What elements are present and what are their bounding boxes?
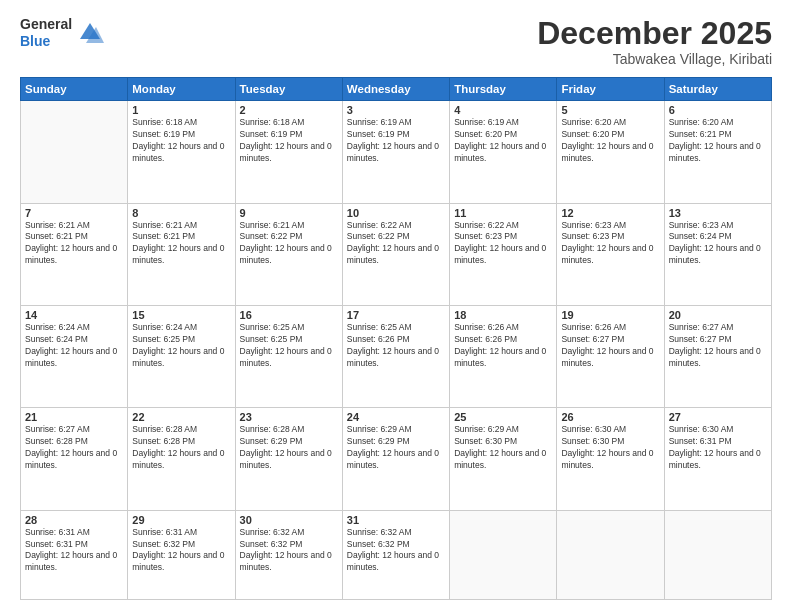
day-number: 11 xyxy=(454,207,552,219)
calendar-cell: 15Sunrise: 6:24 AMSunset: 6:25 PMDayligh… xyxy=(128,305,235,407)
page: General Blue December 2025 Tabwakea Vill… xyxy=(0,0,792,612)
logo-blue: Blue xyxy=(20,33,72,50)
day-number: 10 xyxy=(347,207,445,219)
location-subtitle: Tabwakea Village, Kiribati xyxy=(537,51,772,67)
day-number: 8 xyxy=(132,207,230,219)
weekday-header: Friday xyxy=(557,78,664,101)
day-info: Sunrise: 6:19 AMSunset: 6:19 PMDaylight:… xyxy=(347,117,445,165)
calendar-header: SundayMondayTuesdayWednesdayThursdayFrid… xyxy=(21,78,772,101)
calendar-week-row: 7Sunrise: 6:21 AMSunset: 6:21 PMDaylight… xyxy=(21,203,772,305)
day-number: 9 xyxy=(240,207,338,219)
calendar-cell: 18Sunrise: 6:26 AMSunset: 6:26 PMDayligh… xyxy=(450,305,557,407)
calendar-cell: 3Sunrise: 6:19 AMSunset: 6:19 PMDaylight… xyxy=(342,101,449,203)
calendar-cell: 19Sunrise: 6:26 AMSunset: 6:27 PMDayligh… xyxy=(557,305,664,407)
day-info: Sunrise: 6:29 AMSunset: 6:29 PMDaylight:… xyxy=(347,424,445,472)
day-number: 12 xyxy=(561,207,659,219)
calendar-cell xyxy=(557,510,664,599)
day-number: 13 xyxy=(669,207,767,219)
day-number: 5 xyxy=(561,104,659,116)
calendar-cell: 5Sunrise: 6:20 AMSunset: 6:20 PMDaylight… xyxy=(557,101,664,203)
calendar-cell xyxy=(664,510,771,599)
day-number: 19 xyxy=(561,309,659,321)
calendar-cell: 10Sunrise: 6:22 AMSunset: 6:22 PMDayligh… xyxy=(342,203,449,305)
calendar-week-row: 14Sunrise: 6:24 AMSunset: 6:24 PMDayligh… xyxy=(21,305,772,407)
day-info: Sunrise: 6:31 AMSunset: 6:31 PMDaylight:… xyxy=(25,527,123,575)
day-info: Sunrise: 6:25 AMSunset: 6:25 PMDaylight:… xyxy=(240,322,338,370)
calendar-week-row: 21Sunrise: 6:27 AMSunset: 6:28 PMDayligh… xyxy=(21,408,772,510)
calendar-cell: 23Sunrise: 6:28 AMSunset: 6:29 PMDayligh… xyxy=(235,408,342,510)
day-info: Sunrise: 6:23 AMSunset: 6:24 PMDaylight:… xyxy=(669,220,767,268)
day-number: 1 xyxy=(132,104,230,116)
calendar-cell: 11Sunrise: 6:22 AMSunset: 6:23 PMDayligh… xyxy=(450,203,557,305)
day-info: Sunrise: 6:18 AMSunset: 6:19 PMDaylight:… xyxy=(240,117,338,165)
calendar-cell: 6Sunrise: 6:20 AMSunset: 6:21 PMDaylight… xyxy=(664,101,771,203)
day-info: Sunrise: 6:28 AMSunset: 6:28 PMDaylight:… xyxy=(132,424,230,472)
logo: General Blue xyxy=(20,16,104,50)
calendar-cell: 22Sunrise: 6:28 AMSunset: 6:28 PMDayligh… xyxy=(128,408,235,510)
calendar-cell: 2Sunrise: 6:18 AMSunset: 6:19 PMDaylight… xyxy=(235,101,342,203)
day-info: Sunrise: 6:26 AMSunset: 6:27 PMDaylight:… xyxy=(561,322,659,370)
calendar-cell: 12Sunrise: 6:23 AMSunset: 6:23 PMDayligh… xyxy=(557,203,664,305)
day-info: Sunrise: 6:27 AMSunset: 6:28 PMDaylight:… xyxy=(25,424,123,472)
day-number: 31 xyxy=(347,514,445,526)
day-number: 28 xyxy=(25,514,123,526)
day-number: 24 xyxy=(347,411,445,423)
day-number: 26 xyxy=(561,411,659,423)
calendar-table: SundayMondayTuesdayWednesdayThursdayFrid… xyxy=(20,77,772,600)
day-info: Sunrise: 6:20 AMSunset: 6:20 PMDaylight:… xyxy=(561,117,659,165)
day-info: Sunrise: 6:26 AMSunset: 6:26 PMDaylight:… xyxy=(454,322,552,370)
day-number: 17 xyxy=(347,309,445,321)
day-info: Sunrise: 6:21 AMSunset: 6:22 PMDaylight:… xyxy=(240,220,338,268)
calendar-week-row: 1Sunrise: 6:18 AMSunset: 6:19 PMDaylight… xyxy=(21,101,772,203)
day-number: 15 xyxy=(132,309,230,321)
calendar-cell: 20Sunrise: 6:27 AMSunset: 6:27 PMDayligh… xyxy=(664,305,771,407)
calendar-cell xyxy=(21,101,128,203)
day-number: 3 xyxy=(347,104,445,116)
day-number: 7 xyxy=(25,207,123,219)
calendar-cell: 4Sunrise: 6:19 AMSunset: 6:20 PMDaylight… xyxy=(450,101,557,203)
calendar-week-row: 28Sunrise: 6:31 AMSunset: 6:31 PMDayligh… xyxy=(21,510,772,599)
day-number: 2 xyxy=(240,104,338,116)
calendar-cell: 27Sunrise: 6:30 AMSunset: 6:31 PMDayligh… xyxy=(664,408,771,510)
day-info: Sunrise: 6:22 AMSunset: 6:23 PMDaylight:… xyxy=(454,220,552,268)
day-number: 30 xyxy=(240,514,338,526)
day-info: Sunrise: 6:24 AMSunset: 6:24 PMDaylight:… xyxy=(25,322,123,370)
weekday-row: SundayMondayTuesdayWednesdayThursdayFrid… xyxy=(21,78,772,101)
day-number: 22 xyxy=(132,411,230,423)
calendar-body: 1Sunrise: 6:18 AMSunset: 6:19 PMDaylight… xyxy=(21,101,772,600)
calendar-cell: 14Sunrise: 6:24 AMSunset: 6:24 PMDayligh… xyxy=(21,305,128,407)
logo-general: General xyxy=(20,16,72,33)
day-info: Sunrise: 6:31 AMSunset: 6:32 PMDaylight:… xyxy=(132,527,230,575)
day-number: 29 xyxy=(132,514,230,526)
calendar-cell: 28Sunrise: 6:31 AMSunset: 6:31 PMDayligh… xyxy=(21,510,128,599)
calendar-cell: 29Sunrise: 6:31 AMSunset: 6:32 PMDayligh… xyxy=(128,510,235,599)
calendar-cell: 7Sunrise: 6:21 AMSunset: 6:21 PMDaylight… xyxy=(21,203,128,305)
month-title: December 2025 xyxy=(537,16,772,51)
calendar-cell: 30Sunrise: 6:32 AMSunset: 6:32 PMDayligh… xyxy=(235,510,342,599)
day-number: 14 xyxy=(25,309,123,321)
day-info: Sunrise: 6:25 AMSunset: 6:26 PMDaylight:… xyxy=(347,322,445,370)
logo-icon xyxy=(76,19,104,47)
day-info: Sunrise: 6:29 AMSunset: 6:30 PMDaylight:… xyxy=(454,424,552,472)
calendar-cell: 16Sunrise: 6:25 AMSunset: 6:25 PMDayligh… xyxy=(235,305,342,407)
calendar-cell: 21Sunrise: 6:27 AMSunset: 6:28 PMDayligh… xyxy=(21,408,128,510)
calendar-cell: 26Sunrise: 6:30 AMSunset: 6:30 PMDayligh… xyxy=(557,408,664,510)
title-block: December 2025 Tabwakea Village, Kiribati xyxy=(537,16,772,67)
day-info: Sunrise: 6:22 AMSunset: 6:22 PMDaylight:… xyxy=(347,220,445,268)
weekday-header: Monday xyxy=(128,78,235,101)
day-info: Sunrise: 6:18 AMSunset: 6:19 PMDaylight:… xyxy=(132,117,230,165)
day-info: Sunrise: 6:20 AMSunset: 6:21 PMDaylight:… xyxy=(669,117,767,165)
day-info: Sunrise: 6:27 AMSunset: 6:27 PMDaylight:… xyxy=(669,322,767,370)
day-info: Sunrise: 6:28 AMSunset: 6:29 PMDaylight:… xyxy=(240,424,338,472)
calendar-cell: 31Sunrise: 6:32 AMSunset: 6:32 PMDayligh… xyxy=(342,510,449,599)
day-info: Sunrise: 6:32 AMSunset: 6:32 PMDaylight:… xyxy=(240,527,338,575)
weekday-header: Tuesday xyxy=(235,78,342,101)
weekday-header: Sunday xyxy=(21,78,128,101)
day-number: 23 xyxy=(240,411,338,423)
calendar-cell: 17Sunrise: 6:25 AMSunset: 6:26 PMDayligh… xyxy=(342,305,449,407)
day-number: 20 xyxy=(669,309,767,321)
header: General Blue December 2025 Tabwakea Vill… xyxy=(20,16,772,67)
calendar-cell: 9Sunrise: 6:21 AMSunset: 6:22 PMDaylight… xyxy=(235,203,342,305)
day-number: 4 xyxy=(454,104,552,116)
day-info: Sunrise: 6:21 AMSunset: 6:21 PMDaylight:… xyxy=(132,220,230,268)
